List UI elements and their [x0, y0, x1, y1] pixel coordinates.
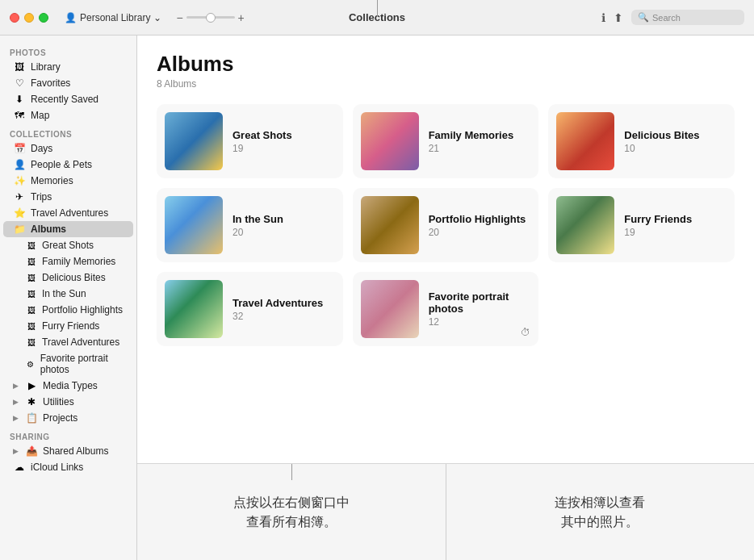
- callout-line: [291, 464, 292, 480]
- people-icon: 👤: [13, 159, 26, 170]
- minimize-button[interactable]: [24, 13, 34, 23]
- info-button[interactable]: ℹ: [601, 11, 605, 24]
- library-label: Personal Library: [80, 12, 150, 23]
- library-selector[interactable]: 👤 Personal Library ⌄: [65, 12, 161, 23]
- sidebar-item-icloud-links[interactable]: ☁ iCloud Links: [3, 459, 133, 475]
- zoom-plus-button[interactable]: +: [238, 11, 245, 24]
- sidebar-label: Great Shots: [42, 240, 94, 251]
- album-child-icon: 🖼: [26, 322, 37, 331]
- album-info: Travel Adventures 32: [232, 297, 335, 322]
- sidebar-item-map[interactable]: 🗺 Map: [3, 107, 133, 123]
- album-card-portfolio-highlights[interactable]: Portfolio Highlights 20: [353, 188, 539, 262]
- sidebar-item-utilities[interactable]: ▶ ✱ Utilities: [3, 394, 133, 410]
- shared-albums-icon: 📤: [25, 445, 38, 457]
- annotation-left: 点按以在右侧窗口中查看所有相簿。: [137, 464, 446, 560]
- utilities-icon: ✱: [25, 396, 38, 407]
- main-layout: Photos 🖼 Library ♡ Favorites ⬇ Recently …: [0, 36, 754, 560]
- album-count: 20: [232, 227, 335, 238]
- page-subtitle: 8 Albums: [157, 78, 735, 90]
- sidebar-item-great-shots[interactable]: 🖼 Great Shots: [3, 237, 133, 253]
- sidebar-item-people-pets[interactable]: 👤 People & Pets: [3, 157, 133, 173]
- sidebar-label: Portfolio Highlights: [42, 304, 123, 316]
- sidebar-item-trips[interactable]: ✈ Trips: [3, 189, 133, 205]
- album-name: Favorite portrait photos: [429, 290, 531, 315]
- sidebar-label: Media Types: [43, 380, 98, 391]
- sidebar-item-memories[interactable]: ✨ Memories: [3, 173, 133, 189]
- album-thumbnail: [361, 196, 419, 254]
- sidebar-item-family-memories[interactable]: 🖼 Family Memories: [3, 253, 133, 270]
- disclosure-icon: ▶: [13, 382, 19, 390]
- share-button[interactable]: ⬆: [614, 11, 623, 24]
- album-count: 12: [429, 316, 531, 328]
- album-child-icon: 🖼: [26, 290, 37, 299]
- sidebar-item-shared-albums[interactable]: ▶ 📤 Shared Albums: [3, 443, 133, 459]
- album-count: 21: [429, 143, 531, 154]
- person-icon: 👤: [65, 12, 77, 23]
- sidebar-item-library[interactable]: 🖼 Library: [3, 59, 133, 75]
- annotation-area: 点按以在右侧窗口中查看所有相簿。 连按相簿以查看其中的照片。: [137, 463, 754, 560]
- search-placeholder: Search: [652, 13, 681, 23]
- album-child-icon: ⚙: [26, 360, 36, 369]
- sidebar-label: People & Pets: [31, 159, 92, 170]
- album-name: Portfolio Highlights: [429, 213, 531, 225]
- album-name: In the Sun: [232, 213, 335, 225]
- zoom-control: − +: [176, 11, 244, 24]
- sidebar-item-projects[interactable]: ▶ 📋 Projects: [3, 410, 133, 426]
- annotation-right: 连按相簿以查看其中的照片。: [446, 464, 755, 560]
- favorites-icon: ♡: [13, 77, 26, 89]
- titlebar-right: ℹ ⬆ 🔍 Search: [601, 10, 744, 25]
- search-box[interactable]: 🔍 Search: [631, 10, 744, 25]
- album-card-favorite-portrait[interactable]: Favorite portrait photos 12 ⏱: [353, 272, 539, 346]
- sidebar-item-days[interactable]: 📅 Days: [3, 140, 133, 157]
- album-info: Favorite portrait photos 12: [429, 290, 531, 328]
- zoom-slider[interactable]: [186, 16, 235, 19]
- content-area: Albums 8 Albums Great Shots 19 Family Me…: [137, 36, 754, 463]
- sidebar-item-albums[interactable]: 📁 Albums: [3, 221, 133, 237]
- sidebar-item-favorites[interactable]: ♡ Favorites: [3, 75, 133, 91]
- album-card-travel-adventures[interactable]: Travel Adventures 32: [157, 272, 343, 346]
- album-count: 19: [624, 227, 727, 238]
- album-card-great-shots[interactable]: Great Shots 19: [157, 104, 343, 178]
- sidebar-label: Family Memories: [42, 256, 115, 267]
- sidebar-item-featured-photos[interactable]: ⭐ Travel Adventures: [3, 205, 133, 221]
- album-info: Furry Friends 19: [624, 213, 727, 238]
- search-icon: 🔍: [638, 12, 649, 23]
- sidebar-item-portfolio-highlights[interactable]: 🖼 Portfolio Highlights: [3, 302, 133, 318]
- sidebar-item-delicious-bites[interactable]: 🖼 Delicious Bites: [3, 270, 133, 286]
- sidebar-item-media-types[interactable]: ▶ ▶ Media Types: [3, 378, 133, 394]
- album-name: Travel Adventures: [232, 297, 335, 309]
- album-thumbnail: [361, 280, 419, 338]
- sidebar-label: iCloud Links: [31, 462, 83, 473]
- sidebar-item-furry-friends[interactable]: 🖼 Furry Friends: [3, 318, 133, 334]
- album-name: Family Memories: [429, 129, 531, 141]
- sidebar-label: Travel Adventures: [42, 336, 119, 348]
- sidebar-item-travel-adventures[interactable]: 🖼 Travel Adventures: [3, 334, 133, 350]
- album-card-delicious-bites[interactable]: Delicious Bites 10: [548, 104, 735, 178]
- close-button[interactable]: [10, 13, 19, 23]
- sidebar-label: Shared Albums: [43, 445, 108, 457]
- disclosure-icon: ▶: [13, 414, 19, 422]
- album-card-in-the-sun[interactable]: In the Sun 20: [157, 188, 343, 262]
- album-thumbnail: [556, 196, 614, 254]
- sidebar-section-sharing: Sharing: [0, 426, 136, 443]
- album-badge: ⏱: [521, 327, 530, 338]
- sidebar-label: Albums: [31, 224, 66, 235]
- days-icon: 📅: [13, 143, 26, 154]
- album-card-family-memories[interactable]: Family Memories 21: [353, 104, 539, 178]
- zoom-minus-button[interactable]: −: [176, 11, 182, 24]
- sidebar-item-favorite-portrait[interactable]: ⚙ Favorite portrait photos: [3, 350, 133, 378]
- sidebar: Photos 🖼 Library ♡ Favorites ⬇ Recently …: [0, 36, 137, 560]
- album-child-icon: 🖼: [26, 241, 37, 250]
- sidebar-item-in-the-sun[interactable]: 🖼 In the Sun: [3, 286, 133, 302]
- sidebar-section-photos: Photos: [0, 42, 136, 59]
- album-name: Delicious Bites: [624, 129, 727, 141]
- sidebar-label: In the Sun: [42, 288, 86, 299]
- featured-icon: ⭐: [13, 207, 26, 219]
- album-card-furry-friends[interactable]: Furry Friends 19: [548, 188, 735, 262]
- maximize-button[interactable]: [39, 13, 48, 23]
- sidebar-label: Trips: [31, 191, 52, 203]
- sidebar-item-recently-saved[interactable]: ⬇ Recently Saved: [3, 91, 133, 107]
- album-child-icon: 🖼: [26, 274, 37, 282]
- sidebar-section-collections: Collections: [0, 123, 136, 140]
- sidebar-label: Recently Saved: [31, 94, 98, 105]
